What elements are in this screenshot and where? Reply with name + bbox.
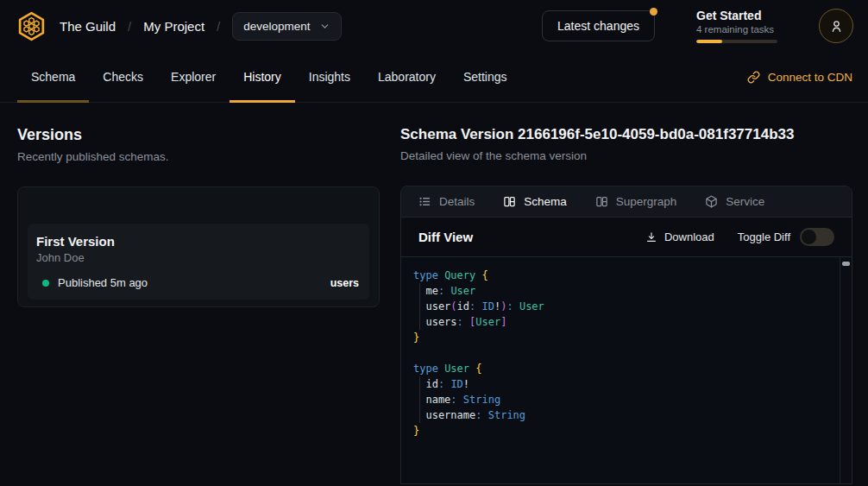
download-button[interactable]: Download	[645, 230, 714, 243]
cube-icon	[705, 195, 718, 208]
breadcrumb-project[interactable]: My Project	[143, 19, 204, 34]
schema-version-detail-box: Details Schema	[400, 186, 852, 484]
tab-schema[interactable]: Schema	[17, 52, 89, 102]
indent-guide	[419, 376, 420, 423]
tab-label: Schema	[31, 70, 75, 84]
get-started-title: Get Started	[696, 9, 777, 22]
hive-logo[interactable]: The Guild	[16, 10, 116, 42]
detail-tabs: Details Schema	[401, 186, 852, 218]
target-nav-tabs: Schema Checks Explorer History Insights …	[0, 52, 868, 103]
chevron-down-icon	[319, 21, 330, 32]
diff-view-title: Diff View	[418, 230, 473, 244]
toggle-diff-switch[interactable]	[800, 228, 834, 246]
get-started-progress-track	[696, 40, 777, 43]
connect-to-cdn-label: Connect to CDN	[768, 71, 852, 84]
get-started-subtitle: 4 remaining tasks	[696, 24, 777, 35]
panels-icon	[503, 195, 516, 208]
version-author: John Doe	[36, 251, 359, 264]
tab-label: Settings	[463, 70, 507, 84]
switch-knob	[802, 230, 816, 244]
code-lines: type Query { me: User user(id: ID!): Use…	[413, 268, 838, 439]
tab-underline	[364, 100, 450, 103]
toggle-diff-label: Toggle Diff	[738, 230, 790, 243]
versions-list-card: First Version John Doe Published 5m ago …	[17, 186, 380, 307]
schema-version-subtitle: Detailed view of the schema version	[400, 149, 852, 162]
tab-settings[interactable]: Settings	[450, 52, 521, 102]
target-selector-value: development	[243, 20, 310, 33]
latest-changes-button[interactable]: Latest changes	[542, 10, 655, 41]
tab-insights[interactable]: Insights	[295, 52, 364, 102]
tab-explorer[interactable]: Explorer	[157, 52, 230, 102]
versions-subtitle: Recently published schemas.	[17, 150, 380, 163]
tab-label: Laboratory	[378, 70, 436, 84]
progress-fill	[696, 40, 722, 43]
app-header: The Guild / My Project / development Lat…	[0, 0, 868, 52]
tab-label: Checks	[103, 70, 143, 84]
panels-icon	[595, 195, 608, 208]
diff-view-header: Diff View Download Toggle Diff	[401, 218, 852, 257]
service-name-badge: users	[330, 277, 359, 289]
latest-changes-label: Latest changes	[557, 19, 639, 33]
tab-underline	[230, 100, 295, 103]
tab-label: History	[243, 70, 281, 84]
list-icon	[418, 195, 431, 208]
download-label: Download	[664, 230, 714, 243]
detail-tab-label: Details	[439, 195, 475, 208]
tab-underline	[295, 100, 364, 103]
get-started-widget[interactable]: Get Started 4 remaining tasks	[696, 9, 777, 43]
connect-to-cdn-link[interactable]: Connect to CDN	[747, 71, 852, 84]
download-icon	[645, 231, 657, 243]
version-list-item[interactable]: First Version John Doe Published 5m ago …	[28, 224, 369, 300]
tab-label: Explorer	[171, 70, 216, 84]
published-status-label: Published 5m ago	[58, 276, 148, 289]
tab-underline	[17, 100, 89, 103]
version-detail-panel: Schema Version 2166196f-5e10-4059-bd0a-0…	[400, 126, 852, 485]
published-status-dot	[42, 280, 49, 287]
breadcrumb-separator: /	[217, 19, 220, 34]
target-selector-dropdown[interactable]: development	[232, 12, 341, 41]
detail-tab-details[interactable]: Details	[418, 195, 475, 208]
detail-tab-service[interactable]: Service	[705, 195, 764, 208]
detail-tab-supergraph[interactable]: Supergraph	[595, 195, 677, 208]
detail-tab-label: Service	[726, 195, 764, 208]
tab-underline	[450, 100, 521, 103]
tab-checks[interactable]: Checks	[89, 52, 157, 102]
versions-panel: Versions Recently published schemas. Fir…	[17, 126, 380, 485]
notification-dot	[650, 8, 657, 16]
user-avatar[interactable]	[819, 9, 853, 43]
tab-laboratory[interactable]: Laboratory	[364, 52, 450, 102]
link-icon	[747, 71, 760, 84]
code-scrollbar-track	[840, 257, 852, 483]
main-content: Versions Recently published schemas. Fir…	[0, 103, 868, 485]
versions-title: Versions	[17, 126, 380, 144]
person-icon	[828, 18, 845, 35]
version-name: First Version	[36, 234, 359, 249]
sdl-code-viewer: type Query { me: User user(id: ID!): Use…	[401, 257, 852, 483]
breadcrumb-org[interactable]: The Guild	[60, 19, 116, 34]
honeycomb-logo-icon	[16, 10, 47, 42]
tab-history[interactable]: History	[230, 52, 295, 102]
indent-guide	[419, 283, 420, 330]
tab-underline	[157, 100, 230, 103]
code-scrollbar-thumb[interactable]	[842, 262, 850, 266]
breadcrumb-separator: /	[128, 19, 131, 34]
tab-underline	[89, 100, 157, 103]
tab-label: Insights	[309, 70, 350, 84]
detail-tab-label: Supergraph	[616, 195, 677, 208]
schema-version-title: Schema Version 2166196f-5e10-4059-bd0a-0…	[400, 126, 852, 143]
detail-tab-label: Schema	[524, 195, 567, 208]
detail-tab-schema[interactable]: Schema	[503, 195, 567, 208]
